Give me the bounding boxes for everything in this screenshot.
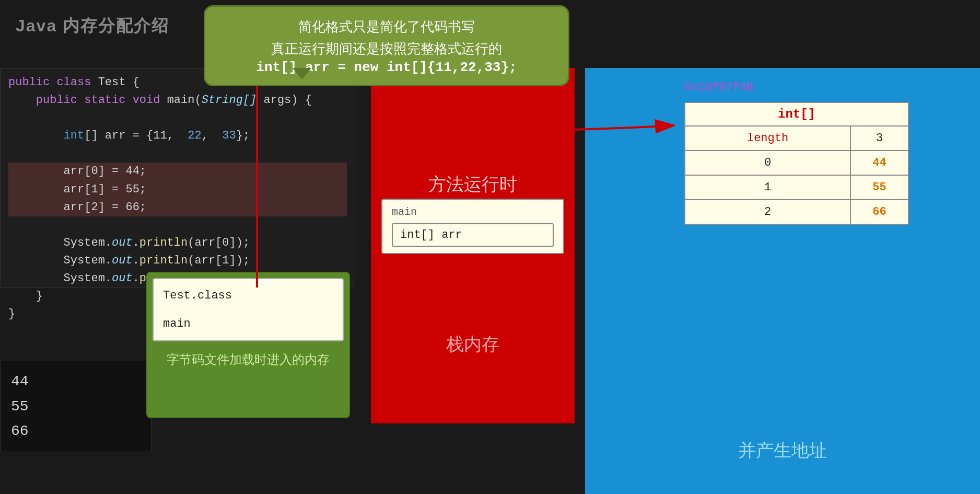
heap-value-cell: 66 <box>850 200 908 224</box>
stack-frame: main int[] arr <box>381 199 564 254</box>
code-panel: public class Test { public static void m… <box>0 68 355 288</box>
tooltip-code: int[] arr = new int[]{11,22,33}; <box>221 60 552 75</box>
code-line: public static void main(String[] args) { <box>8 91 347 109</box>
heap-index-cell: 1 <box>685 175 850 200</box>
bytecode-class: Test.class <box>163 285 333 306</box>
tooltip-line1: 简化格式只是简化了代码书写 <box>221 16 552 38</box>
heap-value-cell: 44 <box>850 151 908 175</box>
stack-title: 方法运行时 <box>371 173 575 197</box>
heap-table-row: length3 <box>685 126 908 151</box>
code-line: int[] arr = {11, 22, 33}; <box>8 127 347 145</box>
heap-index-cell: 2 <box>685 200 850 224</box>
heap-table-container: int[] length3044155266 <box>684 102 909 225</box>
heap-value-cell: 55 <box>850 175 908 200</box>
code-line <box>8 109 347 127</box>
code-line: System.out.println(arr[1]); <box>8 252 347 270</box>
tooltip-line2: 真正运行期间还是按照完整格式运行的 <box>221 38 552 60</box>
console-output: 445566 <box>0 361 151 452</box>
tooltip-box: 简化格式只是简化了代码书写 真正运行期间还是按照完整格式运行的 int[] ar… <box>204 5 569 86</box>
code-line <box>8 216 347 234</box>
heap-table-row: 044 <box>685 151 908 175</box>
heap-value-cell: 3 <box>850 126 908 151</box>
heap-index-cell: 0 <box>685 151 850 175</box>
heap-bottom-label: 并产生地址 <box>585 439 980 463</box>
bytecode-method: main <box>163 314 333 335</box>
code-line: arr[2] = 66; <box>8 199 347 216</box>
stack-label: 栈内存 <box>371 332 575 357</box>
heap-table: int[] length3044155266 <box>684 102 909 225</box>
console-line: 66 <box>11 419 141 444</box>
bytecode-label: 字节码文件加载时进入的内存 <box>153 351 344 369</box>
bytecode-inner-box: Test.class main <box>153 278 344 341</box>
heap-index-cell: length <box>685 126 850 151</box>
code-line: System.out.println(arr[0]); <box>8 234 347 252</box>
stack-frame-var: int[] arr <box>392 223 554 247</box>
console-line: 55 <box>11 394 141 419</box>
red-vertical-line <box>256 68 258 288</box>
console-line: 44 <box>11 369 141 394</box>
bytecode-panel: Test.class main 字节码文件加载时进入的内存 <box>146 272 350 418</box>
heap-address-label: 0x10f87f4B <box>684 81 753 94</box>
stack-frame-method: main <box>392 206 554 218</box>
code-line <box>8 145 347 163</box>
heap-table-row: 266 <box>685 200 908 224</box>
code-line: arr[1] = 55; <box>8 181 347 199</box>
tooltip-pointer-icon <box>293 68 311 79</box>
page-title: Java 内存分配介绍 <box>16 15 169 38</box>
heap-table-row: 155 <box>685 175 908 200</box>
heap-table-header: int[] <box>685 102 908 126</box>
code-line: arr[0] = 44; <box>8 163 347 180</box>
